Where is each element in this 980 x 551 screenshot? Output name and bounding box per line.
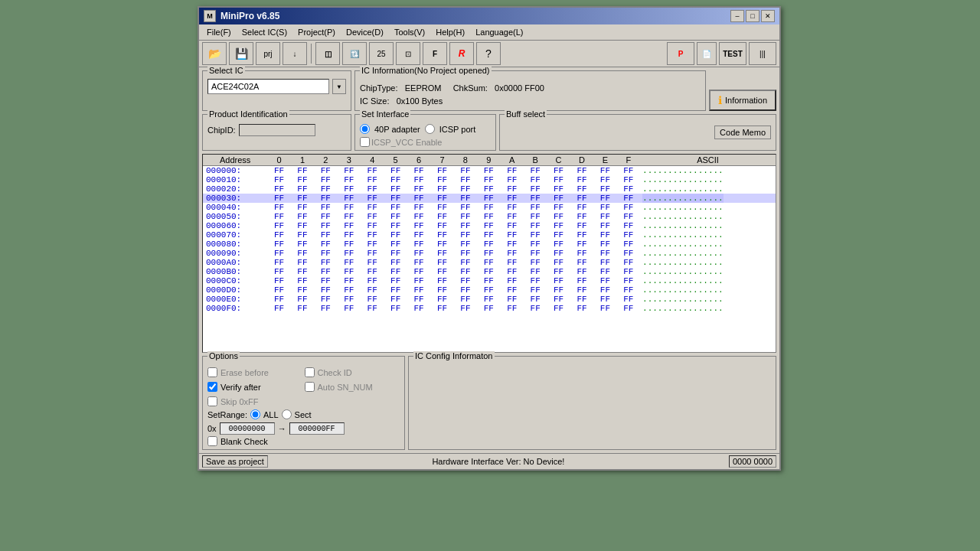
- cell-hex[interactable]: FF: [570, 175, 593, 184]
- cell-hex[interactable]: FF: [291, 285, 314, 295]
- cell-hex[interactable]: FF: [361, 194, 384, 203]
- table-row[interactable]: 0000B0:FFFFFFFFFFFFFFFFFFFFFFFFFFFFFFFF.…: [203, 267, 776, 276]
- cell-hex[interactable]: FF: [430, 295, 453, 304]
- cell-hex[interactable]: FF: [291, 258, 314, 267]
- cell-hex[interactable]: FF: [570, 276, 593, 285]
- cell-hex[interactable]: FF: [314, 240, 337, 249]
- cell-hex[interactable]: FF: [593, 221, 616, 230]
- test-button[interactable]: TEST: [719, 42, 746, 65]
- cell-hex[interactable]: FF: [593, 212, 616, 221]
- save-as-project[interactable]: Save as project: [202, 455, 268, 468]
- chip-id-input[interactable]: [239, 124, 315, 136]
- cell-hex[interactable]: FF: [570, 258, 593, 267]
- cell-hex[interactable]: FF: [547, 285, 570, 295]
- cell-hex[interactable]: FF: [291, 267, 314, 276]
- cell-hex[interactable]: FF: [407, 230, 430, 240]
- cell-hex[interactable]: FF: [314, 276, 337, 285]
- cell-hex[interactable]: FF: [430, 304, 453, 313]
- 40p-adapter-radio[interactable]: [360, 124, 370, 134]
- cell-hex[interactable]: FF: [361, 230, 384, 240]
- cell-hex[interactable]: FF: [477, 304, 500, 313]
- cell-hex[interactable]: FF: [570, 267, 593, 276]
- cell-hex[interactable]: FF: [570, 240, 593, 249]
- cell-hex[interactable]: FF: [454, 230, 477, 240]
- cell-hex[interactable]: FF: [338, 249, 361, 258]
- close-button[interactable]: ✕: [761, 10, 775, 22]
- cell-hex[interactable]: FF: [384, 203, 407, 212]
- cell-hex[interactable]: FF: [267, 230, 290, 240]
- cell-hex[interactable]: FF: [524, 184, 547, 194]
- cell-hex[interactable]: FF: [617, 304, 640, 313]
- skip-oxff-checkbox[interactable]: [207, 396, 217, 406]
- cell-hex[interactable]: FF: [454, 212, 477, 221]
- cell-hex[interactable]: FF: [477, 212, 500, 221]
- cell-hex[interactable]: FF: [384, 240, 407, 249]
- cell-hex[interactable]: FF: [454, 184, 477, 194]
- cell-hex[interactable]: FF: [430, 194, 453, 203]
- cell-hex[interactable]: FF: [291, 194, 314, 203]
- icsp-vcc-checkbox[interactable]: [360, 137, 370, 147]
- cell-hex[interactable]: FF: [593, 285, 616, 295]
- cell-hex[interactable]: FF: [430, 258, 453, 267]
- cell-hex[interactable]: FF: [384, 285, 407, 295]
- cell-hex[interactable]: FF: [524, 295, 547, 304]
- read-right-button[interactable]: 📄: [697, 42, 717, 65]
- cell-hex[interactable]: FF: [477, 295, 500, 304]
- menu-select-ic[interactable]: Select IC(S): [237, 26, 292, 38]
- cell-hex[interactable]: FF: [501, 240, 524, 249]
- code-memo-button[interactable]: Code Memo: [714, 126, 771, 139]
- table-row[interactable]: 000000:FFFFFFFFFFFFFFFFFFFFFFFFFFFFFFFF.…: [203, 166, 776, 176]
- table-row[interactable]: 0000E0:FFFFFFFFFFFFFFFFFFFFFFFFFFFFFFFF.…: [203, 295, 776, 304]
- cell-hex[interactable]: FF: [267, 285, 290, 295]
- cell-hex[interactable]: FF: [267, 203, 290, 212]
- cell-hex[interactable]: FF: [524, 258, 547, 267]
- load-button[interactable]: ↓: [283, 42, 307, 65]
- cell-hex[interactable]: FF: [291, 249, 314, 258]
- cell-hex[interactable]: FF: [291, 230, 314, 240]
- cell-hex[interactable]: FF: [477, 166, 500, 176]
- cell-hex[interactable]: FF: [384, 304, 407, 313]
- cell-hex[interactable]: FF: [501, 194, 524, 203]
- cell-hex[interactable]: FF: [570, 184, 593, 194]
- maximize-button[interactable]: □: [746, 10, 760, 22]
- program-ic-button[interactable]: 🔃: [342, 42, 367, 65]
- cell-hex[interactable]: FF: [384, 295, 407, 304]
- cell-hex[interactable]: FF: [267, 221, 290, 230]
- cell-hex[interactable]: FF: [593, 240, 616, 249]
- reset-button[interactable]: R: [449, 42, 474, 65]
- table-row[interactable]: 000020:FFFFFFFFFFFFFFFFFFFFFFFFFFFFFFFF.…: [203, 184, 776, 194]
- cell-hex[interactable]: FF: [267, 175, 290, 184]
- cell-hex[interactable]: FF: [407, 258, 430, 267]
- cell-hex[interactable]: FF: [570, 203, 593, 212]
- cell-hex[interactable]: FF: [314, 304, 337, 313]
- cell-hex[interactable]: FF: [407, 184, 430, 194]
- cell-hex[interactable]: FF: [477, 240, 500, 249]
- cell-hex[interactable]: FF: [477, 267, 500, 276]
- cell-hex[interactable]: FF: [384, 221, 407, 230]
- cell-hex[interactable]: FF: [267, 212, 290, 221]
- cell-hex[interactable]: FF: [384, 230, 407, 240]
- cell-hex[interactable]: FF: [267, 276, 290, 285]
- table-row[interactable]: 0000C0:FFFFFFFFFFFFFFFFFFFFFFFFFFFFFFFF.…: [203, 276, 776, 285]
- cell-hex[interactable]: FF: [454, 240, 477, 249]
- cell-hex[interactable]: FF: [570, 285, 593, 295]
- cell-hex[interactable]: FF: [593, 230, 616, 240]
- cell-hex[interactable]: FF: [454, 276, 477, 285]
- open-file-button[interactable]: 📂: [202, 42, 227, 65]
- menu-language[interactable]: Language(L): [471, 26, 528, 38]
- cell-hex[interactable]: FF: [477, 258, 500, 267]
- cell-hex[interactable]: FF: [384, 184, 407, 194]
- cell-hex[interactable]: FF: [570, 295, 593, 304]
- cell-hex[interactable]: FF: [454, 166, 477, 176]
- cell-hex[interactable]: FF: [314, 285, 337, 295]
- cell-hex[interactable]: FF: [314, 295, 337, 304]
- cell-hex[interactable]: FF: [454, 304, 477, 313]
- cell-hex[interactable]: FF: [267, 240, 290, 249]
- cell-hex[interactable]: FF: [570, 166, 593, 176]
- cell-hex[interactable]: FF: [338, 175, 361, 184]
- cell-hex[interactable]: FF: [407, 221, 430, 230]
- table-row[interactable]: 000010:FFFFFFFFFFFFFFFFFFFFFFFFFFFFFFFF.…: [203, 175, 776, 184]
- cell-hex[interactable]: FF: [291, 184, 314, 194]
- cell-hex[interactable]: FF: [617, 295, 640, 304]
- edit-button[interactable]: ⊡: [396, 42, 420, 65]
